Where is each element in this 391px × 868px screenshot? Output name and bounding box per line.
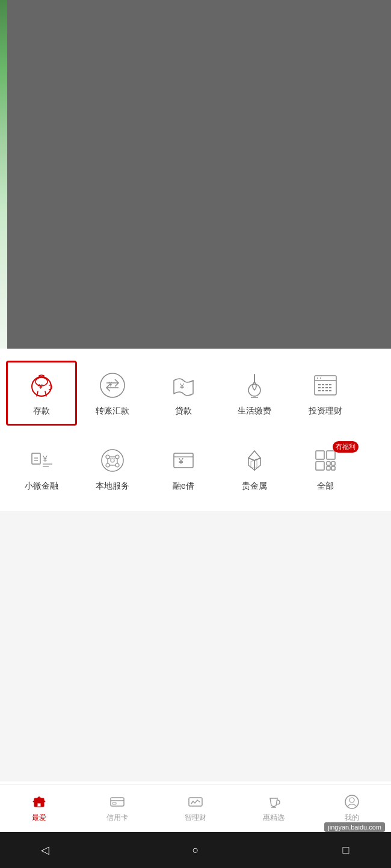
wealth-icon xyxy=(187,793,204,810)
baidu-watermark: jingyan.baidu.com xyxy=(324,822,385,832)
menu-label-bendi: 本地服务 xyxy=(96,481,129,492)
android-recents-button[interactable]: □ xyxy=(337,841,355,859)
svg-point-27 xyxy=(106,455,109,459)
svg-point-60 xyxy=(349,798,354,802)
dark-top-area xyxy=(0,0,391,349)
svg-rect-20 xyxy=(325,390,328,391)
svg-text:¥: ¥ xyxy=(179,382,185,391)
content-area xyxy=(0,511,391,781)
menu-item-cunKuan[interactable]: ¥ 存款 xyxy=(6,361,77,426)
menu-item-xiaowei[interactable]: ¥ 小微金融 xyxy=(6,438,77,499)
menu-label-touzilicai: 投资理财 xyxy=(309,406,342,417)
gold-icon xyxy=(239,445,270,476)
home-icon xyxy=(31,793,48,810)
svg-rect-10 xyxy=(318,384,321,385)
transfer-icon: ¥ xyxy=(97,370,128,401)
android-home-button[interactable]: ○ xyxy=(186,841,205,859)
svg-point-29 xyxy=(106,463,109,467)
cup-icon xyxy=(265,793,282,810)
svg-rect-24 xyxy=(32,453,40,464)
menu-area: ¥ 存款 ¥ 转账汇款 ¥ xyxy=(0,349,391,511)
nav-label-xinyongka: 信用卡 xyxy=(106,813,128,823)
nav-label-wode: 我的 xyxy=(345,813,359,823)
svg-rect-48 xyxy=(327,462,330,465)
svg-text:¥: ¥ xyxy=(38,384,43,390)
android-back-button[interactable]: ◁ xyxy=(36,841,54,859)
menu-label-quanbu: 全部 xyxy=(317,481,334,492)
svg-point-4 xyxy=(100,373,125,397)
svg-rect-51 xyxy=(331,466,335,470)
micro-finance-icon: ¥ xyxy=(26,445,57,476)
svg-text:¥: ¥ xyxy=(178,456,183,466)
nav-label-zhilicai: 智理财 xyxy=(185,813,206,823)
menu-item-shenghuo[interactable]: 生活缴费 xyxy=(219,361,290,426)
svg-rect-19 xyxy=(322,390,324,391)
svg-point-28 xyxy=(115,455,119,459)
nav-item-zuiai[interactable]: 最爱 xyxy=(0,790,78,827)
svg-rect-50 xyxy=(327,466,330,470)
piggy-bank-icon: ¥ xyxy=(26,370,57,401)
menu-label-guijin: 贵金属 xyxy=(242,481,267,492)
menu-label-ronge: 融e借 xyxy=(173,481,194,492)
svg-rect-12 xyxy=(325,384,328,385)
fuili-badge: 有福利 xyxy=(333,441,359,453)
nav-item-zhilicai[interactable]: 智理财 xyxy=(156,790,235,827)
menu-item-guijin[interactable]: 贵金属 xyxy=(219,438,290,499)
svg-marker-44 xyxy=(251,459,257,468)
menu-row-2: ¥ 小微金融 xyxy=(0,432,391,505)
svg-marker-42 xyxy=(248,458,254,470)
svg-rect-13 xyxy=(329,384,331,385)
menu-item-bendi[interactable]: 本地服务 xyxy=(77,438,148,499)
menu-item-quanbu[interactable]: 有福利 全部 xyxy=(290,438,361,499)
svg-rect-45 xyxy=(316,451,324,459)
menu-item-zhuanZhang[interactable]: ¥ 转账汇款 xyxy=(77,361,148,426)
svg-rect-56 xyxy=(112,802,116,804)
menu-label-zhuanZhang: 转账汇款 xyxy=(96,406,129,417)
credit-card-icon xyxy=(109,793,126,810)
svg-point-26 xyxy=(102,450,123,471)
menu-item-daiKuan[interactable]: ¥ 贷款 xyxy=(148,361,219,426)
menu-label-xiaowei: 小微金融 xyxy=(25,481,58,492)
local-service-icon xyxy=(97,445,128,476)
android-bar: ◁ ○ □ xyxy=(0,832,391,868)
nav-item-xinyongka[interactable]: 信用卡 xyxy=(78,790,156,827)
nav-item-wode[interactable]: 我的 xyxy=(313,790,391,827)
svg-text:¥: ¥ xyxy=(108,381,112,388)
svg-rect-15 xyxy=(322,387,324,388)
invest-icon xyxy=(310,370,341,401)
menu-item-touzilicai[interactable]: 投资理财 xyxy=(290,361,361,426)
svg-rect-54 xyxy=(111,798,124,806)
utility-icon xyxy=(239,370,270,401)
svg-rect-14 xyxy=(318,387,321,388)
loan-icon: ¥ xyxy=(168,370,199,401)
menu-label-shenghuo: 生活缴费 xyxy=(238,406,271,417)
svg-rect-47 xyxy=(316,462,324,470)
profile-icon xyxy=(343,793,360,810)
svg-rect-38 xyxy=(174,453,193,468)
rong-e-icon: ¥ xyxy=(168,445,199,476)
svg-point-31 xyxy=(111,459,114,462)
svg-text:¥: ¥ xyxy=(42,454,48,463)
nav-label-zuiai: 最爱 xyxy=(32,813,46,823)
svg-rect-21 xyxy=(329,390,331,391)
menu-label-cunKuan: 存款 xyxy=(33,406,50,417)
menu-row-1: ¥ 存款 ¥ 转账汇款 ¥ xyxy=(0,355,391,432)
svg-rect-17 xyxy=(329,387,331,388)
nav-item-huijingxuan[interactable]: 惠精选 xyxy=(235,790,313,827)
menu-item-ronge[interactable]: ¥ 融e借 xyxy=(148,438,219,499)
menu-label-daiKuan: 贷款 xyxy=(175,406,192,417)
svg-point-30 xyxy=(115,463,119,467)
svg-rect-16 xyxy=(325,387,328,388)
left-color-bar xyxy=(0,0,7,349)
nav-label-huijingxuan: 惠精选 xyxy=(263,813,285,823)
svg-rect-49 xyxy=(331,462,335,465)
svg-rect-11 xyxy=(322,384,324,385)
svg-rect-18 xyxy=(318,390,321,391)
svg-rect-53 xyxy=(37,803,41,807)
svg-rect-46 xyxy=(327,451,335,459)
